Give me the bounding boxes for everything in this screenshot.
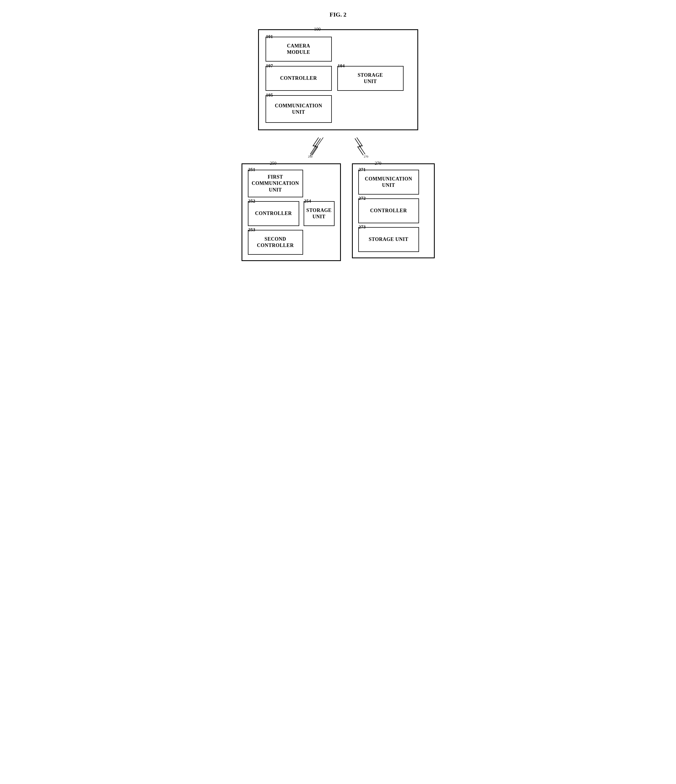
ref-101: 101	[266, 34, 273, 40]
controller-107-label: CONTROLLER	[280, 75, 317, 81]
top-section: 101 CAMERA MODULE 107 CONTROLLER 104 STO…	[266, 37, 411, 123]
figure-title: FIG. 2	[330, 11, 346, 18]
page: FIG. 2 100 101 CAMERA MODULE 107 CONTROL…	[220, 11, 457, 261]
first-comm-251-box: 251 FIRST COMMUNICATION UNIT	[248, 170, 303, 197]
camera-module-box: 101 CAMERA MODULE	[266, 37, 332, 62]
camera-module-label: CAMERA MODULE	[287, 43, 310, 56]
camera-row: 101 CAMERA MODULE	[266, 37, 411, 62]
storage-254-box: 254 STORAGE UNIT	[304, 201, 335, 226]
controller-272-label: CONTROLLER	[370, 207, 407, 214]
second-ctrl-253-box: 253 SECOND CONTROLLER	[248, 230, 303, 255]
ref-252: 252	[248, 198, 255, 204]
ref-251: 251	[248, 167, 255, 173]
ref-107: 107	[266, 63, 273, 69]
first-comm-label: FIRST COMMUNICATION UNIT	[252, 174, 299, 193]
box-100: 100 101 CAMERA MODULE 107 CONTROLLER 104…	[258, 29, 418, 130]
ref-270: 270	[375, 161, 382, 166]
comm-105-label: COMMUNICATION UNIT	[275, 103, 322, 116]
controller-272-box: 272 CONTROLLER	[358, 198, 419, 223]
comm-271-label: COMMUNICATION UNIT	[365, 176, 413, 189]
storage-273-label: STORAGE UNIT	[369, 236, 408, 243]
svg-text:250: 250	[308, 155, 312, 158]
connector-area: 250 270	[258, 130, 418, 163]
controller-252-box: 252 CONTROLLER	[248, 201, 299, 226]
ref-273: 273	[359, 224, 366, 230]
bottom-section: 250 251 FIRST COMMUNICATION UNIT 252 CON…	[241, 163, 435, 261]
ref-100: 100	[314, 27, 321, 32]
comm-105-box: 105 COMMUNICATION UNIT	[266, 95, 332, 123]
box-270-col: 271 COMMUNICATION UNIT 272 CONTROLLER 27…	[358, 170, 428, 252]
box-250-col: 251 FIRST COMMUNICATION UNIT 252 CONTROL…	[248, 170, 335, 255]
controller-252-label: CONTROLLER	[255, 210, 292, 217]
ref-250: 250	[270, 161, 277, 166]
box-270: 270 271 COMMUNICATION UNIT 272 CONTROLLE…	[352, 163, 435, 258]
ref-271: 271	[359, 167, 366, 173]
second-ctrl-label: SECOND CONTROLLER	[257, 236, 294, 249]
ref-272: 272	[359, 196, 366, 201]
box-250: 250 251 FIRST COMMUNICATION UNIT 252 CON…	[241, 163, 341, 261]
ref-254: 254	[304, 198, 312, 204]
ctrl-storage-row: 107 CONTROLLER 104 STORAGE UNIT	[266, 66, 411, 91]
controller-107-box: 107 CONTROLLER	[266, 66, 332, 91]
storage-104-box: 104 STORAGE UNIT	[337, 66, 403, 91]
box-250-mid-row: 252 CONTROLLER 254 STORAGE UNIT	[248, 201, 335, 226]
connector-svg: 250 270	[258, 130, 418, 163]
storage-104-label: STORAGE UNIT	[358, 72, 383, 85]
svg-text:270: 270	[364, 155, 368, 158]
storage-273-box: 273 STORAGE UNIT	[358, 227, 419, 252]
ref-104: 104	[338, 63, 345, 69]
comm-row: 105 COMMUNICATION UNIT	[266, 95, 411, 123]
storage-254-label: STORAGE UNIT	[306, 207, 332, 220]
ref-105: 105	[266, 92, 273, 98]
comm-271-box: 271 COMMUNICATION UNIT	[358, 170, 419, 194]
ref-253: 253	[248, 227, 255, 233]
